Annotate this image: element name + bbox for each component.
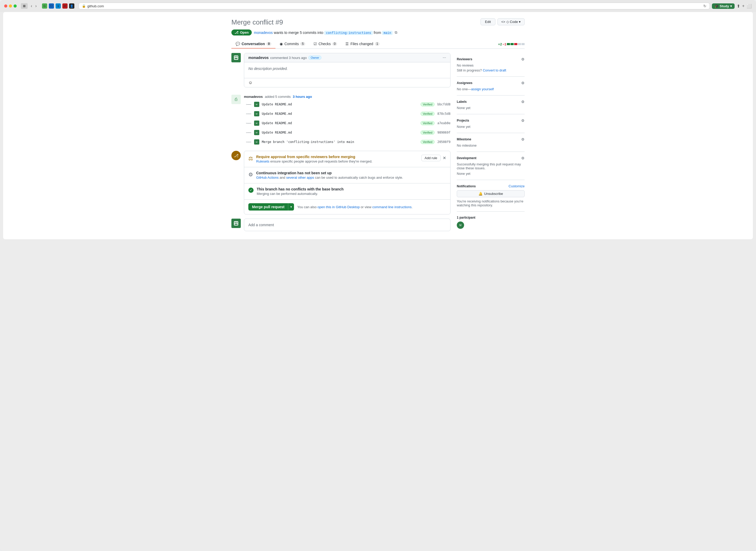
rulesets-link[interactable]: Rulesets — [256, 159, 269, 163]
tabs-btn[interactable]: ⬜ — [747, 4, 752, 9]
study-badge[interactable]: 🎓 Study ▾ — [712, 3, 735, 9]
sidebar-section-reviewers: Reviewers ⚙ No reviews Still in progress… — [457, 53, 525, 77]
development-desc: Successfully merging this pull request m… — [457, 162, 525, 170]
status-badge: ⎇ Open — [231, 29, 252, 35]
rulesets-desc-text: ensure specific people approve pull requ… — [270, 159, 372, 163]
lock-icon: 🔒 — [82, 4, 86, 8]
comment-box: monadevos commented 3 hours ago Owner ··… — [244, 53, 451, 87]
github-actions-link[interactable]: GitHub Actions — [256, 175, 278, 179]
tab-conversation[interactable]: 💬 Conversation 0 — [231, 40, 275, 48]
commits-author-link[interactable]: monadevos — [244, 95, 263, 99]
customize-link[interactable]: Customize — [509, 184, 525, 188]
commit-msg-4: Update README.md — [262, 131, 418, 134]
assignees-gear-btn[interactable]: ⚙ — [521, 81, 525, 85]
rulesets-title: Require approval from specific reviewers… — [256, 155, 418, 159]
commit-avatar-1: M — [254, 102, 259, 107]
ext-grammarly-icon[interactable]: G — [42, 3, 47, 9]
comment-menu-btn[interactable]: ··· — [443, 55, 446, 60]
checks-icon: ☑ — [313, 42, 317, 46]
development-gear-btn[interactable]: ⚙ — [521, 156, 525, 160]
traffic-light-yellow[interactable] — [9, 4, 12, 8]
address-bar[interactable]: 🔒 github.com ↻ — [78, 3, 710, 9]
add-comment-section: Add a comment — [231, 218, 451, 231]
merge-section: ⎇ ⚖ Require approval from specific revie… — [231, 151, 451, 214]
commit-hash-3: a7eab0e — [437, 121, 451, 125]
close-check-btn[interactable]: ✕ — [443, 155, 446, 160]
pr-number: #9 — [275, 18, 283, 26]
forward-btn[interactable]: › — [34, 3, 38, 9]
merge-dropdown-button[interactable]: ▾ — [288, 203, 294, 210]
commits-avatar-col: ⎙ — [231, 95, 241, 147]
diff-additions: +2 — [498, 42, 502, 46]
assign-yourself-link[interactable]: assign yourself — [471, 87, 494, 91]
pr-author-link[interactable]: monadevos — [254, 31, 272, 35]
open-github-desktop-link[interactable]: open this in GitHub Desktop — [317, 205, 360, 209]
add-comment-input[interactable]: Add a comment — [244, 218, 451, 231]
files-icon: ☰ — [345, 42, 349, 46]
reviewers-gear-btn[interactable]: ⚙ — [521, 57, 525, 61]
copy-branch-btn[interactable]: ⧉ — [395, 30, 397, 35]
ext-mail-icon[interactable]: ✉ — [62, 3, 68, 9]
comment-body-text: No description provided. — [248, 66, 446, 71]
study-dropdown-icon: ▾ — [730, 4, 732, 8]
milestone-gear-btn[interactable]: ⚙ — [521, 137, 525, 141]
tab-checks-label: Checks — [318, 42, 331, 46]
sidebar: Reviewers ⚙ No reviews Still in progress… — [457, 53, 525, 233]
commit-hash-1: bbcfdd8 — [437, 102, 451, 106]
development-header: Development ⚙ — [457, 156, 525, 160]
code-button[interactable]: <> ◇ Code ▾ — [498, 18, 525, 25]
tab-checks[interactable]: ☑ Checks 0 — [309, 40, 341, 48]
back-btn[interactable]: ‹ — [30, 3, 33, 9]
share-btn[interactable]: ⬆ — [737, 4, 740, 9]
commit-badge-2: Verified — [421, 112, 435, 116]
unsubscribe-button[interactable]: 🔔 Unsubscribe — [457, 190, 525, 197]
add-comment-avatar — [231, 218, 241, 228]
ext-info-icon[interactable]: ℹ — [56, 3, 61, 9]
sidebar-section-milestone: Milestone ⚙ No milestone — [457, 133, 525, 152]
ext-ghost-icon[interactable]: 👤 — [69, 3, 74, 9]
tab-files-changed[interactable]: ☰ Files changed 1 — [341, 40, 384, 48]
labels-gear-btn[interactable]: ⚙ — [521, 100, 525, 104]
commit-msg-1: Update README.md — [262, 102, 418, 106]
source-branch[interactable]: main — [382, 31, 393, 35]
assignees-title: Assignees — [457, 81, 473, 85]
commit-hash-4: 989069f — [437, 131, 451, 134]
no-one-text: No one— — [457, 87, 471, 91]
commits-time-link[interactable]: 3 hours ago — [293, 95, 312, 99]
commit-avatar-2: M — [254, 111, 259, 116]
projects-value: None yet — [457, 125, 525, 129]
comment-time-text: 3 hours ago — [289, 56, 307, 60]
tab-commits[interactable]: ◉ Commits 5 — [275, 40, 309, 48]
milestone-header: Milestone ⚙ — [457, 137, 525, 141]
emoji-button[interactable]: ☺ — [248, 80, 252, 85]
merge-pull-request-button[interactable]: Merge pull request — [248, 203, 288, 210]
edit-button[interactable]: Edit — [481, 18, 495, 25]
merge-button-group: Merge pull request ▾ — [248, 203, 294, 210]
pr-meta-from: from — [374, 31, 382, 35]
participants-title: 1 participant — [457, 216, 475, 219]
sidebar-toggle-btn[interactable]: ⊞ — [21, 3, 28, 9]
other-apps-link[interactable]: several other apps — [286, 175, 314, 179]
command-line-link[interactable]: command line instructions — [372, 205, 412, 209]
add-rule-button[interactable]: Add rule — [421, 155, 441, 161]
comment-body: No description provided. — [244, 62, 450, 78]
check-card: ⚖ Require approval from specific reviewe… — [244, 151, 451, 214]
refresh-btn[interactable]: ↻ — [703, 4, 706, 8]
comment-action-text: commented — [270, 56, 288, 60]
reviewers-value: No reviews — [457, 63, 525, 67]
no-conflicts-desc: Merging can be performed automatically. — [257, 192, 446, 196]
check-item-rulesets: ⚖ Require approval from specific reviewe… — [244, 151, 450, 167]
traffic-light-green[interactable] — [14, 4, 17, 8]
still-in-progress: Still in progress? Convert to draft — [457, 68, 525, 72]
commit-item: ◦—◦ M Merge branch 'conflicting-instruct… — [246, 139, 451, 144]
development-value: None yet — [457, 172, 525, 175]
target-branch[interactable]: conflicting-instructions — [324, 31, 372, 35]
projects-gear-btn[interactable]: ⚙ — [521, 118, 525, 123]
traffic-light-red[interactable] — [4, 4, 7, 8]
convert-to-draft-link[interactable]: Convert to draft — [483, 68, 506, 72]
labels-title: Labels — [457, 100, 467, 104]
ext-shield-icon[interactable]: 🛡 — [49, 3, 54, 9]
new-tab-btn[interactable]: + — [742, 4, 745, 8]
comment-header-left: monadevos commented 3 hours ago Owner — [248, 56, 321, 60]
notifications-header: Notifications Customize — [457, 184, 525, 188]
